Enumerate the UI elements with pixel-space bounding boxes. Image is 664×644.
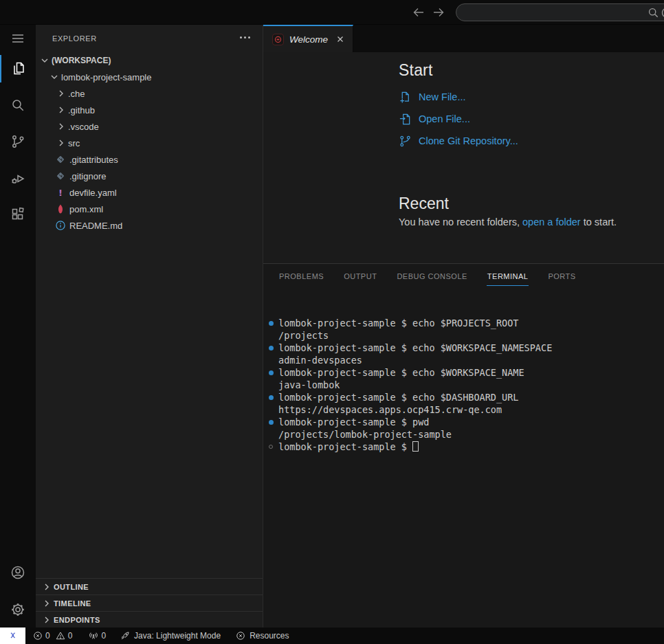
terminal-line: /projects/lombok-project-sample (263, 428, 664, 441)
tree-item-folder[interactable]: .che (36, 85, 263, 102)
bottom-panel: PROBLEMS OUTPUT DEBUG CONSOLE TERMINAL P… (263, 263, 664, 628)
terminal-line: lombok-project-sample $ echo $DASHBOARD_… (263, 391, 664, 403)
section-timeline[interactable]: TIMELINE (36, 595, 263, 611)
tree-item-folder[interactable]: .vscode (36, 118, 263, 135)
sidebar-header: EXPLORER (36, 25, 263, 52)
terminal-line: lombok-project-sample $ echo $PROJECTS_R… (263, 317, 664, 329)
command-success-icon (269, 321, 274, 326)
more-actions-icon[interactable] (240, 36, 250, 38)
tab-terminal[interactable]: TERMINAL (487, 266, 529, 286)
menu-button[interactable] (0, 25, 36, 52)
tree-item-file[interactable]: ! devfile.yaml (36, 184, 263, 201)
tree-item-file[interactable]: pom.xml (36, 201, 263, 217)
command-pending-icon (269, 445, 273, 449)
cropped-icon (661, 8, 664, 18)
git-file-icon (55, 170, 66, 181)
settings-button[interactable] (0, 596, 36, 623)
editor-tab-bar: Welcome (263, 25, 664, 52)
editor-area: Welcome Start New File... (263, 25, 664, 628)
remote-icon (8, 631, 18, 641)
source-control-icon (10, 133, 26, 150)
chevron-right-icon (56, 137, 67, 148)
terminal-line: https://devspaces.apps.ocp415.crw-qe.com (263, 403, 664, 416)
tree-item-folder[interactable]: .github (36, 102, 263, 118)
java-mode-status[interactable]: Java: Lightweight Mode (120, 631, 221, 641)
section-outline[interactable]: OUTLINE (36, 578, 263, 595)
command-success-icon (269, 420, 274, 425)
chevron-right-icon (41, 614, 52, 625)
open-file-link[interactable]: Open File... (399, 108, 664, 130)
welcome-page: Start New File... Open File. (263, 52, 664, 263)
error-icon (33, 631, 43, 641)
terminal-output[interactable]: lombok-project-sample $ echo $PROJECTS_R… (263, 317, 664, 453)
maven-icon (55, 203, 66, 214)
sidebar-item-search[interactable] (0, 91, 36, 119)
command-success-icon (269, 395, 274, 400)
problems-status[interactable]: 0 0 (33, 631, 72, 641)
file-tree: (WORKSPACE) lombok-project-sample .che .… (36, 52, 263, 234)
tab-label: Welcome (289, 34, 335, 45)
explorer-sidebar: EXPLORER (WORKSPACE) lombok-project-samp… (36, 25, 263, 628)
remote-indicator[interactable] (0, 628, 25, 644)
rocket-icon (120, 631, 130, 641)
tab-ports[interactable]: PORTS (547, 266, 576, 286)
clone-repo-link[interactable]: Clone Git Repository... (399, 130, 664, 152)
tree-item-folder[interactable]: src (36, 135, 263, 151)
tree-item-file[interactable]: .gitattributes (36, 151, 263, 168)
terminal-prompt-line: lombok-project-sample $ (263, 441, 664, 453)
tree-item-file[interactable]: README.md (36, 217, 263, 234)
navigate-forward-button[interactable] (431, 5, 446, 20)
recent-heading: Recent (399, 193, 664, 214)
terminal-cursor (412, 441, 419, 452)
terminal-line: admin-devspaces (263, 354, 664, 366)
panel-tab-bar: PROBLEMS OUTPUT DEBUG CONSOLE TERMINAL P… (263, 264, 664, 287)
sidebar-item-run-debug[interactable] (0, 164, 36, 192)
search-input[interactable] (456, 4, 664, 21)
search-icon (10, 97, 26, 113)
section-endpoints[interactable]: ENDPOINTS (36, 611, 263, 628)
resources-status[interactable]: Resources (236, 631, 289, 641)
search-icon (648, 7, 659, 19)
sidebar-item-explorer[interactable] (0, 55, 36, 82)
git-branch-icon (399, 135, 412, 148)
run-debug-icon (10, 170, 26, 186)
sidebar-item-source-control[interactable] (0, 128, 36, 155)
close-icon[interactable] (335, 34, 346, 45)
chevron-down-icon (49, 71, 60, 82)
tree-item-project[interactable]: lombok-project-sample (36, 69, 263, 85)
ide-window: EXPLORER (WORKSPACE) lombok-project-samp… (0, 0, 664, 644)
open-file-icon (399, 113, 412, 126)
command-success-icon (269, 346, 274, 351)
tree-item-file[interactable]: .gitignore (36, 168, 263, 184)
terminal-line: java-lombok (263, 379, 664, 391)
warning-icon (56, 631, 65, 641)
chevron-right-icon (56, 104, 67, 115)
error-icon (236, 631, 245, 641)
broadcast-status[interactable]: 0 (89, 631, 106, 641)
navigate-back-button[interactable] (411, 5, 426, 20)
sidebar-title: EXPLORER (52, 34, 97, 43)
sidebar-item-extensions[interactable] (0, 201, 36, 228)
tab-debug-console[interactable]: DEBUG CONSOLE (396, 266, 467, 286)
hamburger-icon (10, 30, 26, 47)
tab-problems[interactable]: PROBLEMS (278, 266, 324, 286)
accounts-button[interactable] (0, 559, 36, 586)
tab-output[interactable]: OUTPUT (343, 266, 377, 286)
gear-icon (10, 601, 26, 618)
tree-item-workspace[interactable]: (WORKSPACE) (36, 52, 263, 69)
account-icon (10, 564, 26, 581)
title-bar (0, 0, 664, 25)
terminal-line: lombok-project-sample $ echo $WORKSPACE_… (263, 366, 664, 379)
command-center-search[interactable] (456, 3, 664, 21)
activity-bar (0, 25, 36, 628)
extensions-icon (10, 206, 26, 223)
open-folder-link[interactable]: open a folder (522, 216, 581, 227)
chevron-right-icon (56, 121, 67, 132)
chevron-down-icon (39, 55, 50, 66)
tab-welcome[interactable]: Welcome (263, 25, 353, 52)
git-file-icon (55, 154, 66, 165)
chevron-right-icon (56, 88, 67, 99)
new-file-icon (399, 91, 412, 104)
che-icon (272, 34, 284, 45)
new-file-link[interactable]: New File... (399, 86, 664, 108)
